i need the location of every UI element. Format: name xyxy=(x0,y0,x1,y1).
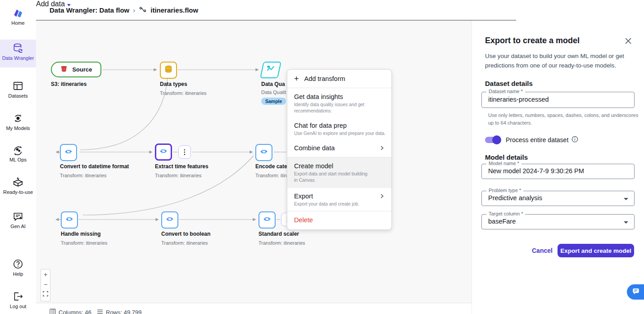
node-label-convert-boolean: Convert to boolean Transform: itinerarie… xyxy=(161,231,210,246)
toggle-knob xyxy=(492,135,501,144)
menu-item-label: Export xyxy=(294,193,313,200)
menu-item-create-model[interactable]: Create model Export data and start model… xyxy=(287,157,391,188)
node-extract-time[interactable] xyxy=(155,144,172,161)
menu-item-label: Add transform xyxy=(304,75,345,82)
problem-type-select[interactable]: Problem type * Predictive analysis xyxy=(481,191,635,206)
transform-loop-icon xyxy=(64,214,74,226)
zoom-in-button[interactable]: + xyxy=(41,269,50,279)
sidebar-item-label: Help xyxy=(0,271,36,277)
close-icon[interactable] xyxy=(624,37,633,46)
node-encode-categorical[interactable] xyxy=(255,144,272,161)
panel-description: Use your dataset to build your own ML mo… xyxy=(485,51,624,70)
data-quality-chart-icon xyxy=(264,64,277,76)
menu-item-label: Create model xyxy=(294,162,385,170)
status-rows-label: Rows: 49,799 xyxy=(106,309,142,314)
sidebar-item-help[interactable]: Help xyxy=(0,256,36,277)
info-icon[interactable] xyxy=(571,136,578,144)
node-handle-missing[interactable] xyxy=(61,211,78,229)
dataset-name-field[interactable]: Dataset name * itineraries-processed xyxy=(481,92,635,108)
process-entire-dataset-row: Process entire dataset xyxy=(485,136,578,144)
menu-item-label: Chat for data prep xyxy=(294,122,385,129)
menu-item-export[interactable]: Export Export your data and create job. xyxy=(287,188,391,211)
breadcrumb-root[interactable]: Data Wrangler: Data flow xyxy=(50,6,129,14)
node-label-handle-missing: Handle missing Transform: itineraries xyxy=(61,231,108,246)
sidebar-item-my-models[interactable]: My Models xyxy=(0,110,36,131)
node-label-encode-categorical: Encode cate Transform: itin xyxy=(255,163,287,178)
canvas-zoom-controls: + − xyxy=(41,269,50,301)
problem-type-value: Predictive analysis xyxy=(488,194,542,202)
node-subtitle: Transform: itineraries xyxy=(155,173,209,178)
app-window: Home Data Wrangler Datasets My Models ML… xyxy=(0,0,644,314)
node-title: Data types xyxy=(160,81,207,87)
node-title: Extract time features xyxy=(155,163,209,170)
node-title: Encode cate xyxy=(255,163,287,170)
sidebar-item-datasets[interactable]: Datasets xyxy=(0,77,36,99)
sidebar-item-log-out[interactable]: Log out xyxy=(0,288,36,309)
sidebar-item-label: ML Ops xyxy=(0,157,36,162)
menu-item-add-transform[interactable]: + Add transform xyxy=(287,70,391,88)
menu-item-subtitle: Use GenAI to explore and prepare your da… xyxy=(294,130,385,137)
zoom-out-button[interactable]: − xyxy=(41,279,50,289)
plus-icon: + xyxy=(294,76,299,82)
target-column-value: baseFare xyxy=(488,218,516,225)
menu-item-label: Delete xyxy=(294,216,385,224)
model-name-field[interactable]: Model name * New model 2024-7-9 9:30:26 … xyxy=(481,164,635,179)
gen-ai-icon xyxy=(0,211,36,222)
menu-item-combine-data[interactable]: Combine data xyxy=(287,140,391,157)
fit-view-button[interactable] xyxy=(41,291,50,301)
flow-canvas[interactable]: Source S3: itineraries Data types Transf… xyxy=(36,21,472,303)
feedback-chat-button[interactable] xyxy=(627,284,644,300)
log-out-icon xyxy=(0,291,36,302)
sample-badge: Sample xyxy=(261,98,286,105)
cancel-button[interactable]: Cancel xyxy=(532,247,553,254)
node-title: Data Qua xyxy=(261,81,286,87)
chevron-right-icon xyxy=(379,193,385,199)
node-options-kebab[interactable]: ⋮ xyxy=(178,145,191,159)
node-subtitle: Transform: itineraries xyxy=(61,240,108,246)
datasets-icon xyxy=(0,80,36,92)
helper-line: Use only letters, numbers, spaces, dashe… xyxy=(488,112,638,119)
status-rows: Rows: 49,799 xyxy=(97,309,142,314)
node-title: Convert to boolean xyxy=(161,231,210,237)
target-column-label: Target column * xyxy=(486,211,525,216)
flow-edges xyxy=(36,21,472,303)
helper-line: up to 64 characters. xyxy=(488,119,638,127)
transform-loop-icon xyxy=(262,214,272,226)
top-header: Data Wrangler: Data flow › itineraries.f… xyxy=(36,0,644,20)
chevron-down-icon xyxy=(624,198,628,200)
sidebar-item-ready-to-use[interactable]: Ready-to-use xyxy=(0,174,36,195)
menu-item-chat-for-data-prep[interactable]: Chat for data prep Use GenAI to explore … xyxy=(287,118,391,140)
node-data-quality[interactable] xyxy=(260,62,281,78)
model-name-value: New model 2024-7-9 9:30:26 PM xyxy=(488,167,584,175)
node-convert-boolean[interactable] xyxy=(161,211,178,229)
target-column-select[interactable]: Target column * baseFare xyxy=(481,214,635,229)
node-subtitle: Transform: itineraries xyxy=(60,173,129,178)
sidebar-item-home[interactable]: Home xyxy=(0,4,36,26)
chevron-down-icon xyxy=(624,221,628,224)
transform-loop-icon xyxy=(159,146,168,158)
node-data-types[interactable] xyxy=(160,62,177,79)
panel-description-line: predictions from one of our ready-to-use… xyxy=(485,61,624,70)
menu-item-delete[interactable]: Delete xyxy=(287,211,391,229)
sidebar-item-data-wrangler[interactable]: Data Wrangler xyxy=(0,40,36,67)
menu-item-get-data-insights[interactable]: Get data insights Identify data quality … xyxy=(287,88,391,118)
node-label-convert-datetime: Convert to datetime format Transform: it… xyxy=(60,163,129,178)
sidebar-item-ml-ops[interactable]: ML Ops xyxy=(0,141,36,162)
status-columns: Columns: 46 xyxy=(50,309,91,314)
node-convert-datetime[interactable] xyxy=(60,144,77,161)
node-title: S3: itineraries xyxy=(51,81,86,87)
node-label-source: S3: itineraries xyxy=(51,81,86,87)
rows-icon xyxy=(97,309,103,314)
menu-item-label: Get data insights xyxy=(294,93,385,100)
node-source[interactable]: Source xyxy=(51,62,101,77)
ready-to-use-icon xyxy=(0,176,36,188)
node-standard-scaler[interactable] xyxy=(259,211,276,229)
menu-item-subtitle: Export your data and create job. xyxy=(294,201,385,207)
process-entire-dataset-toggle[interactable] xyxy=(485,137,500,143)
sidebar-item-gen-ai[interactable]: Gen AI xyxy=(0,208,36,229)
node-title: Convert to datetime format xyxy=(60,163,129,170)
export-model-panel: Export to create a model Use your datase… xyxy=(472,20,644,314)
export-and-create-model-button[interactable]: Export and create model xyxy=(558,244,634,257)
panel-description-line: Use your dataset to build your own ML mo… xyxy=(485,51,624,61)
node-label-data-types: Data types Transform: itineraries xyxy=(160,81,207,96)
